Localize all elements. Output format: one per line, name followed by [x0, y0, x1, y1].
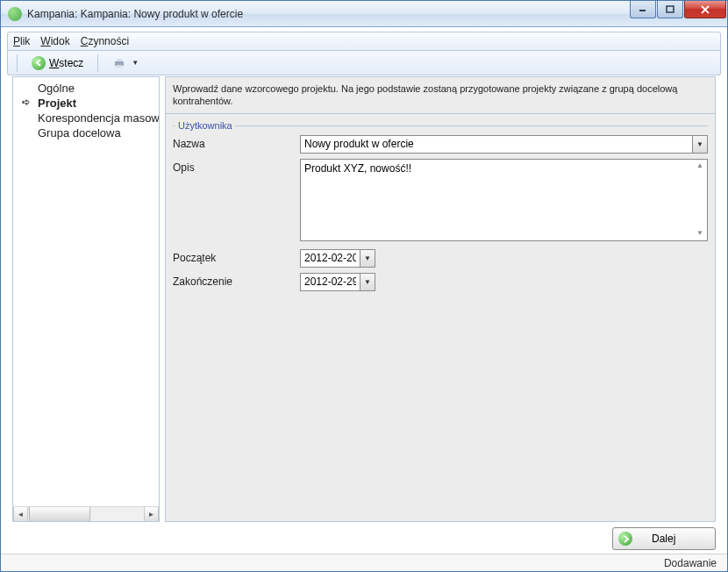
sidebar-item-general[interactable]: Ogólne	[13, 81, 159, 96]
back-button[interactable]: Wstecz	[28, 54, 87, 72]
sidebar-item-project[interactable]: Projekt	[13, 96, 159, 111]
sidebar: Ogólne Projekt Korespondencja masowa Gru…	[12, 76, 160, 522]
sidebar-item-target-group[interactable]: Grupa docelowa	[13, 125, 159, 140]
minimize-button[interactable]	[630, 1, 656, 18]
desc-textarea[interactable]: Produkt XYZ, nowość!!	[300, 159, 708, 241]
name-combo: ▼	[300, 135, 708, 154]
menu-view[interactable]: Widok	[40, 35, 69, 47]
svg-rect-1	[667, 6, 674, 12]
menu-file[interactable]: Plik	[13, 35, 30, 47]
printer-icon	[112, 56, 126, 70]
name-dropdown-button[interactable]: ▼	[692, 135, 708, 154]
svg-rect-6	[117, 65, 122, 68]
toolbar-separator	[97, 54, 98, 72]
end-date-input[interactable]	[300, 273, 360, 291]
fieldset-legend: Użytkownika	[175, 120, 235, 131]
end-date-picker: ▼	[300, 273, 375, 291]
desc-label: Opis	[173, 159, 300, 174]
back-arrow-icon	[32, 56, 46, 70]
info-box: Wprowadź dane wzorcowego projektu. Na je…	[165, 76, 716, 114]
end-date-dropdown-button[interactable]: ▼	[360, 273, 375, 291]
next-button[interactable]: Dalej	[612, 527, 716, 550]
close-button[interactable]	[684, 1, 726, 18]
button-row: Dalej	[12, 527, 716, 550]
window-controls	[630, 1, 727, 26]
app-icon	[8, 7, 22, 21]
right-panel: Wprowadź dane wzorcowego projektu. Na je…	[165, 76, 716, 522]
window-title: Kampania: Kampania: Nowy produkt w oferc…	[27, 8, 243, 20]
print-dropdown[interactable]: ▼	[109, 54, 142, 72]
status-text: Dodawanie	[664, 557, 717, 569]
sidebar-h-scrollbar[interactable]: ◄ ►	[13, 506, 159, 521]
titlebar: Kampania: Kampania: Nowy produkt w oferc…	[1, 1, 727, 27]
forward-arrow-icon	[618, 532, 632, 546]
start-label: Początek	[173, 249, 300, 264]
maximize-button[interactable]	[657, 1, 683, 18]
next-button-label: Dalej	[652, 533, 675, 545]
toolbar-separator	[17, 54, 18, 72]
scroll-thumb[interactable]	[29, 507, 90, 521]
form-area: Użytkownika Nazwa ▼ Opis Produkt XYZ, no…	[165, 114, 716, 522]
sidebar-item-mass-correspondence[interactable]: Korespondencja masowa	[13, 111, 159, 125]
textarea-scroll-up-icon[interactable]: ▲	[693, 160, 707, 172]
statusbar: Dodawanie	[1, 554, 727, 571]
name-label: Nazwa	[173, 135, 300, 150]
menu-actions[interactable]: Czynności	[81, 35, 129, 47]
scroll-right-icon[interactable]: ►	[144, 507, 159, 521]
content-area: Ogólne Projekt Korespondencja masowa Gru…	[12, 76, 716, 550]
end-label: Zakończenie	[173, 273, 300, 288]
toolbar: Wstecz ▼	[7, 51, 721, 75]
start-date-picker: ▼	[300, 249, 375, 268]
svg-rect-5	[117, 59, 122, 61]
scroll-left-icon[interactable]: ◄	[13, 507, 28, 521]
chevron-down-icon: ▼	[132, 59, 139, 67]
start-date-input[interactable]	[300, 249, 360, 268]
nav-list: Ogólne Projekt Korespondencja masowa Gru…	[13, 77, 159, 506]
start-date-dropdown-button[interactable]: ▼	[360, 249, 375, 268]
textarea-scroll-down-icon[interactable]: ▼	[693, 227, 707, 240]
name-input[interactable]	[300, 135, 692, 154]
menubar: Plik Widok Czynności	[7, 32, 721, 51]
fieldset-line	[173, 125, 708, 126]
